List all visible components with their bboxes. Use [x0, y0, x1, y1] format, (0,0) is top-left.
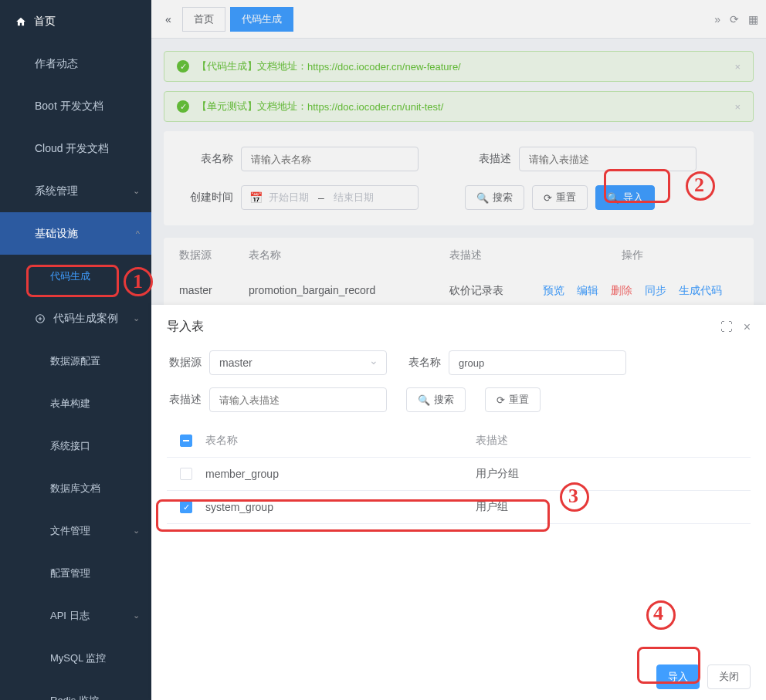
modal-table-row[interactable]: ✓ system_group 用户组 — [167, 491, 751, 524]
sidebar-item-mysql-monitor[interactable]: MySQL 监控 — [0, 637, 151, 679]
op-delete[interactable]: 删除 — [611, 284, 632, 298]
sidebar-item-config-mgmt[interactable]: 配置管理 — [0, 552, 151, 594]
tab-home[interactable]: 首页 — [182, 7, 225, 32]
chevron-down-icon: ⌄ — [133, 313, 140, 323]
sidebar-item-ds-config[interactable]: 数据源配置 — [0, 340, 151, 382]
refresh-icon: ⟳ — [497, 394, 505, 406]
sidebar-item-api-log[interactable]: API 日志⌄ — [0, 594, 151, 637]
import-modal: 导入表 ⛶ × 数据源 master 表名称 表描述 🔍搜索 ⟳重置 — [151, 305, 766, 700]
refresh-icon[interactable]: ⟳ — [730, 13, 739, 25]
modal-reset-button[interactable]: ⟳重置 — [485, 387, 541, 412]
close-icon[interactable]: × — [734, 61, 741, 73]
op-preview[interactable]: 预览 — [543, 284, 564, 298]
sidebar-item-file-mgmt[interactable]: 文件管理⌄ — [0, 509, 151, 552]
home-icon — [15, 16, 26, 27]
collapse-sidebar-icon[interactable]: « — [159, 13, 178, 25]
modal-title: 导入表 — [167, 319, 204, 335]
modal-ds-label: 数据源 — [167, 356, 202, 370]
checkbox-all[interactable] — [180, 435, 192, 447]
sidebar-item-codegen-example[interactable]: 代码生成案例⌄ — [0, 297, 151, 340]
th-op: 操作 — [527, 249, 738, 262]
import-button[interactable]: 🔍导入 — [595, 185, 655, 210]
date-range-picker[interactable]: 📅 开始日期 – 结束日期 — [241, 185, 419, 210]
sidebar-item-boot-docs[interactable]: Boot 开发文档 — [0, 85, 151, 127]
search-button[interactable]: 🔍搜索 — [465, 185, 524, 210]
checkbox[interactable]: ✓ — [180, 501, 192, 513]
chevron-up-icon: ^ — [136, 229, 140, 238]
modal-name-input[interactable] — [449, 350, 626, 375]
table-row: master promotion_bargain_record 砍价记录表 预览… — [164, 273, 754, 309]
th-datasource: 数据源 — [179, 249, 249, 262]
sidebar-item-codegen[interactable]: 代码生成 — [0, 255, 151, 297]
fullscreen-icon[interactable]: ⛶ — [720, 320, 733, 334]
create-time-label: 创建时间 — [179, 191, 233, 205]
sidebar: 首页 作者动态 Boot 开发文档 Cloud 开发文档 系统管理⌄ 基础设施^… — [0, 0, 151, 700]
search-icon: 🔍 — [476, 192, 489, 204]
grid-icon[interactable]: ▦ — [748, 13, 758, 25]
close-icon[interactable]: × — [744, 320, 751, 334]
calendar-icon: 📅 — [249, 191, 263, 204]
sidebar-item-db-docs[interactable]: 数据库文档 — [0, 467, 151, 509]
modal-table-head: 表名称 表描述 — [167, 424, 751, 458]
modal-table-row[interactable]: member_group 用户分组 — [167, 458, 751, 491]
th-desc: 表描述 — [449, 249, 527, 262]
table-name-input[interactable] — [241, 147, 419, 171]
checkbox[interactable] — [180, 468, 192, 480]
modal-search-button[interactable]: 🔍搜索 — [406, 387, 466, 412]
close-icon[interactable]: × — [734, 101, 741, 113]
reset-button[interactable]: ⟳重置 — [532, 185, 588, 210]
import-icon: 🔍 — [607, 192, 619, 204]
tabs-expand-icon[interactable]: » — [714, 13, 720, 25]
sidebar-item-sys-api[interactable]: 系统接口 — [0, 424, 151, 467]
chevron-down-icon: ⌄ — [133, 186, 140, 196]
modal-desc-input[interactable] — [209, 387, 387, 412]
modal-th-name: 表名称 — [205, 434, 476, 448]
sidebar-item-form-build[interactable]: 表单构建 — [0, 382, 151, 424]
chevron-down-icon: ⌄ — [133, 526, 140, 536]
sidebar-item-cloud-docs[interactable]: Cloud 开发文档 — [0, 127, 151, 170]
sidebar-item-author-news[interactable]: 作者动态 — [0, 42, 151, 85]
table-desc-label: 表描述 — [457, 152, 511, 166]
refresh-icon: ⟳ — [544, 192, 552, 204]
modal-close-button[interactable]: 关闭 — [707, 664, 751, 689]
op-sync[interactable]: 同步 — [645, 284, 666, 298]
check-icon: ✓ — [177, 60, 189, 73]
modal-ds-select[interactable]: master — [209, 350, 387, 375]
op-gen[interactable]: 生成代码 — [679, 284, 722, 298]
modal-th-desc: 表描述 — [476, 434, 751, 448]
alert-link[interactable]: https://doc.iocoder.cn/new-feature/ — [307, 61, 461, 73]
topbar: « 首页 代码生成 » ⟳ ▦ — [151, 0, 766, 39]
search-icon: 🔍 — [418, 394, 430, 406]
check-icon: ✓ — [177, 100, 189, 113]
sidebar-item-infra[interactable]: 基础设施^ — [0, 212, 151, 255]
modal-name-label: 表名称 — [406, 356, 441, 370]
search-panel: 表名称 表描述 创建时间 📅 开始日期 – 结束日期 🔍搜索 ⟳重置 🔍导入 — [164, 131, 754, 225]
sidebar-item-system-mgmt[interactable]: 系统管理⌄ — [0, 170, 151, 212]
alert-unittest-docs: ✓ 【单元测试】文档地址： https://doc.iocoder.cn/uni… — [164, 91, 754, 122]
sidebar-home-label: 首页 — [34, 15, 56, 29]
sidebar-item-redis-monitor[interactable]: Redis 监控 — [0, 679, 151, 700]
chevron-down-icon: ⌄ — [133, 610, 140, 621]
tab-codegen[interactable]: 代码生成 — [230, 7, 293, 32]
modal-desc-label: 表描述 — [167, 393, 202, 407]
table-name-label: 表名称 — [179, 152, 233, 166]
alert-codegen-docs: ✓ 【代码生成】文档地址： https://doc.iocoder.cn/new… — [164, 51, 754, 82]
plus-circle-icon — [35, 313, 46, 324]
op-edit[interactable]: 编辑 — [577, 284, 598, 298]
results-table: 数据源 表名称 表描述 操作 master promotion_bargain_… — [164, 238, 754, 309]
sidebar-home[interactable]: 首页 — [0, 0, 151, 42]
modal-import-button[interactable]: 导入 — [656, 664, 700, 689]
alert-link[interactable]: https://doc.iocoder.cn/unit-test/ — [307, 101, 443, 113]
table-desc-input[interactable] — [519, 147, 697, 171]
th-name: 表名称 — [249, 249, 449, 262]
